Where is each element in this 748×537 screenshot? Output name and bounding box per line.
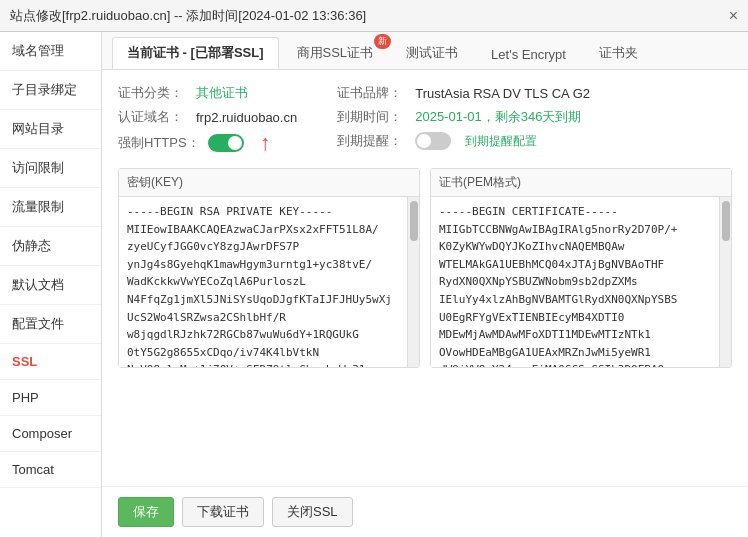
sidebar-item-subdomain[interactable]: 子目录绑定 <box>0 71 101 110</box>
toggle-thumb <box>228 136 242 150</box>
key-textarea[interactable] <box>119 197 407 367</box>
cert-type-label: 证书分类： <box>118 84 188 102</box>
cert-brand-value: TrustAsia RSA DV TLS CA G2 <box>415 86 590 101</box>
tab-cert-folder[interactable]: 证书夹 <box>584 37 653 69</box>
cert-panel: 证书(PEM格式) <box>430 168 732 368</box>
sidebar-item-composer[interactable]: Composer <box>0 416 101 452</box>
titlebar-title: 站点修改[frp2.ruiduobao.cn] -- 添加时间[2024-01-… <box>10 7 366 25</box>
remind-toggle-thumb <box>417 134 431 148</box>
main-layout: 域名管理子目录绑定网站目录访问限制流量限制伪静态默认文档配置文件SSLPHPCo… <box>0 32 748 537</box>
cert-brand-row: 证书品牌： TrustAsia RSA DV TLS CA G2 <box>337 84 590 102</box>
tab-lets-encrypt[interactable]: Let's Encrypt <box>476 40 581 69</box>
save-button[interactable]: 保存 <box>118 497 174 527</box>
sidebar-item-website-dir[interactable]: 网站目录 <box>0 110 101 149</box>
sidebar-item-config-file[interactable]: 配置文件 <box>0 305 101 344</box>
sidebar-item-domain[interactable]: 域名管理 <box>0 32 101 71</box>
expire-label: 到期时间： <box>337 108 407 126</box>
force-https-row: 强制HTTPS： ↑ <box>118 132 297 154</box>
cert-info-right: 证书品牌： TrustAsia RSA DV TLS CA G2 到期时间： 2… <box>337 84 590 154</box>
cert-type-row: 证书分类： 其他证书 <box>118 84 297 102</box>
cert-info-section: 证书分类： 其他证书 认证域名： frp2.ruiduobao.cn 强制HTT… <box>118 84 732 154</box>
sidebar-item-pseudo-static[interactable]: 伪静态 <box>0 227 101 266</box>
close-window-button[interactable]: × <box>729 7 738 25</box>
sidebar-item-default-doc[interactable]: 默认文档 <box>0 266 101 305</box>
remind-config-link[interactable]: 到期提醒配置 <box>465 133 537 150</box>
remind-toggle-track <box>415 132 451 150</box>
titlebar: 站点修改[frp2.ruiduobao.cn] -- 添加时间[2024-01-… <box>0 0 748 32</box>
tab-test-cert[interactable]: 测试证书 <box>391 37 473 69</box>
remind-row: 到期提醒： 到期提醒配置 <box>337 132 590 150</box>
cert-brand-label: 证书品牌： <box>337 84 407 102</box>
sidebar-item-tomcat[interactable]: Tomcat <box>0 452 101 488</box>
tab-current-cert[interactable]: 当前证书 - [已部署SSL] <box>112 37 279 69</box>
remind-toggle[interactable] <box>415 132 451 150</box>
cert-panel-body-wrap <box>431 197 731 367</box>
download-cert-button[interactable]: 下载证书 <box>182 497 264 527</box>
key-panel: 密钥(KEY) <box>118 168 420 368</box>
key-cert-panels: 密钥(KEY) 证书(PEM格式) <box>118 168 732 368</box>
tab-bar: 当前证书 - [已部署SSL]商用SSL证书新测试证书Let's Encrypt… <box>102 32 748 70</box>
auth-domain-row: 认证域名： frp2.ruiduobao.cn <box>118 108 297 126</box>
close-ssl-button[interactable]: 关闭SSL <box>272 497 353 527</box>
cert-info-left: 证书分类： 其他证书 认证域名： frp2.ruiduobao.cn 强制HTT… <box>118 84 297 154</box>
cert-scrollbar[interactable] <box>719 197 731 367</box>
cert-scrollbar-thumb <box>722 201 730 241</box>
content-inner: 证书分类： 其他证书 认证域名： frp2.ruiduobao.cn 强制HTT… <box>102 70 748 486</box>
sidebar-item-access-limit[interactable]: 访问限制 <box>0 149 101 188</box>
key-panel-header: 密钥(KEY) <box>119 169 419 197</box>
expire-row: 到期时间： 2025-01-01，剩余346天到期 <box>337 108 590 126</box>
toggle-track <box>208 134 244 152</box>
force-https-toggle[interactable] <box>208 134 244 152</box>
key-scrollbar[interactable] <box>407 197 419 367</box>
auth-domain-value: frp2.ruiduobao.cn <box>196 110 297 125</box>
footer-buttons: 保存 下载证书 关闭SSL <box>102 486 748 537</box>
tab-commercial-ssl[interactable]: 商用SSL证书新 <box>282 37 389 69</box>
cert-panel-header: 证书(PEM格式) <box>431 169 731 197</box>
arrow-annotation: ↑ <box>260 132 271 154</box>
content-area: 当前证书 - [已部署SSL]商用SSL证书新测试证书Let's Encrypt… <box>102 32 748 537</box>
key-scrollbar-thumb <box>410 201 418 241</box>
cert-textarea[interactable] <box>431 197 719 367</box>
cert-type-value: 其他证书 <box>196 84 248 102</box>
sidebar-item-traffic-limit[interactable]: 流量限制 <box>0 188 101 227</box>
expire-value: 2025-01-01，剩余346天到期 <box>415 108 581 126</box>
force-https-label: 强制HTTPS： <box>118 134 200 152</box>
auth-domain-label: 认证域名： <box>118 108 188 126</box>
sidebar: 域名管理子目录绑定网站目录访问限制流量限制伪静态默认文档配置文件SSLPHPCo… <box>0 32 102 537</box>
sidebar-item-ssl[interactable]: SSL <box>0 344 101 380</box>
sidebar-item-php[interactable]: PHP <box>0 380 101 416</box>
key-panel-body-wrap <box>119 197 419 367</box>
remind-label: 到期提醒： <box>337 132 407 150</box>
